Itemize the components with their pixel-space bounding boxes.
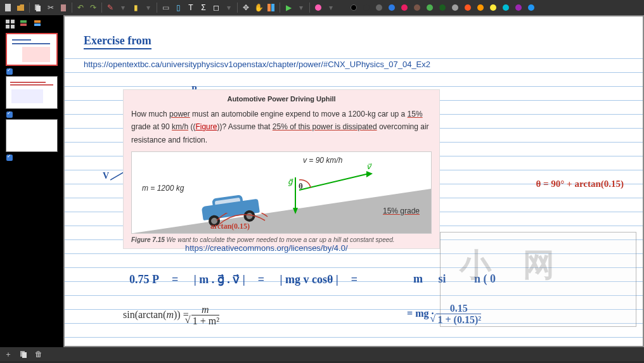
main-area: Exercise from https://opentextbc.ca/univ… <box>0 15 644 347</box>
dropdown-icon[interactable]: ▾ <box>295 2 307 13</box>
svg-rect-8 <box>6 25 10 29</box>
top-toolbar: ✂ ↶ ↷ ✎ ▾ ▮ ▾ ▭ ▯ T Σ ◻ ▾ ✥ ✋ ▶ ▾ ▾ <box>0 0 644 15</box>
thumbs-icon[interactable] <box>5 19 15 29</box>
problem-diagram: m = 1200 kg v = 90 km/h g⃗ v⃗ θ 15% grad… <box>131 151 432 234</box>
sidebar <box>0 15 63 347</box>
shape-tool-icon[interactable]: ◻ <box>210 2 222 13</box>
svg-rect-9 <box>11 25 15 29</box>
color-gray[interactable] <box>373 2 385 13</box>
annotation-arctan: arctan(0.15) <box>210 222 250 231</box>
svg-rect-11 <box>20 23 27 26</box>
svg-rect-6 <box>6 20 10 23</box>
text-tool-icon[interactable]: T <box>185 2 196 13</box>
annotation-v: V <box>103 171 109 181</box>
color-black[interactable] <box>348 2 359 13</box>
layers-icon[interactable] <box>19 19 29 29</box>
svg-rect-4 <box>267 4 271 11</box>
svg-rect-10 <box>20 20 27 23</box>
current-color-dot[interactable] <box>312 2 324 13</box>
footer-toolbar: ＋ 🗑 <box>0 347 644 361</box>
source-url: https://opentextbc.ca/universityphysicsv… <box>84 60 430 69</box>
play-icon[interactable]: ▶ <box>283 2 294 13</box>
open-folder-icon[interactable] <box>15 2 27 13</box>
add-page-icon[interactable]: ＋ <box>3 348 14 360</box>
watermark-overlay: 小 网 <box>440 232 636 327</box>
thumbnail-1[interactable] <box>6 33 58 66</box>
annotation-theta-eq: θ = 90° + arctan(0.15) <box>536 179 624 189</box>
eraser-icon[interactable]: ▭ <box>160 2 171 13</box>
color-blue[interactable] <box>386 2 397 13</box>
thumbnail-3[interactable] <box>6 119 58 152</box>
problem-text: How much power must an automobile engine… <box>131 108 432 146</box>
svg-rect-25 <box>22 352 27 358</box>
new-file-icon[interactable] <box>3 2 14 13</box>
color-yellow[interactable] <box>487 2 499 13</box>
layers2-icon[interactable] <box>33 19 43 29</box>
svg-marker-21 <box>293 208 298 214</box>
duplicate-page-icon[interactable] <box>18 348 29 360</box>
nav-tool-icon[interactable]: ✥ <box>240 2 252 13</box>
clipboard-icon[interactable] <box>58 2 69 13</box>
ruler-icon[interactable] <box>266 2 277 13</box>
svg-rect-0 <box>5 4 11 11</box>
hand-tool-icon[interactable]: ✋ <box>253 2 264 13</box>
page-title: Exercise from <box>84 34 151 49</box>
diagram-velocity: v = 90 km/h <box>303 156 342 165</box>
problem-box: Automotive Power Driving Uphill How much… <box>123 89 440 249</box>
thumbnail-2[interactable] <box>6 76 58 109</box>
color-silver[interactable] <box>449 2 461 13</box>
color-orange[interactable] <box>462 2 473 13</box>
sum-tool-icon[interactable]: Σ <box>198 2 209 13</box>
equation-line1: 0.75 P= | m . g⃗ . v⃗ |= | mg v cosθ |= <box>123 272 364 286</box>
undo-icon[interactable]: ↶ <box>75 2 86 13</box>
diagram-mass: m = 1200 kg <box>142 184 184 193</box>
color-cyan[interactable] <box>500 2 512 13</box>
color-green[interactable] <box>424 2 435 13</box>
cut-icon[interactable]: ✂ <box>45 2 56 13</box>
thumb-check-3[interactable] <box>6 155 13 161</box>
color-amber[interactable] <box>475 2 486 13</box>
dropdown-icon[interactable]: ▾ <box>325 2 337 13</box>
svg-marker-23 <box>366 171 373 177</box>
color-skyblue[interactable] <box>525 2 537 13</box>
color-darkgreen[interactable] <box>437 2 448 13</box>
diagram-v-vec: v⃗ <box>366 162 371 171</box>
thumb-check-1[interactable] <box>6 68 13 75</box>
svg-rect-7 <box>11 20 15 23</box>
svg-rect-5 <box>271 4 274 11</box>
diagram-theta: θ <box>299 181 303 191</box>
thumb-check-2[interactable] <box>6 111 13 118</box>
pen-icon[interactable]: ✎ <box>105 2 116 13</box>
svg-rect-13 <box>34 23 41 26</box>
copy-icon[interactable] <box>32 2 44 13</box>
diagram-grade: 15% grade <box>383 207 420 215</box>
color-purple[interactable] <box>513 2 524 13</box>
dropdown-icon[interactable]: ▾ <box>223 2 235 13</box>
color-magenta[interactable] <box>399 2 410 13</box>
svg-rect-3 <box>61 4 66 11</box>
delete-page-icon[interactable]: 🗑 <box>33 348 44 360</box>
figure-caption: Figure 7.15 We want to calculate the pow… <box>131 236 432 243</box>
canvas[interactable]: Exercise from https://opentextbc.ca/univ… <box>63 15 644 347</box>
problem-heading: Automotive Power Driving Uphill <box>131 95 432 103</box>
cc-link: https://creativecommons.org/licenses/by/… <box>185 243 348 253</box>
dropdown-icon[interactable]: ▾ <box>143 2 154 13</box>
select-rect-icon[interactable]: ▯ <box>172 2 184 13</box>
equation-identity: sin(arctan(m)) = m 1 + m² <box>123 304 219 327</box>
svg-rect-12 <box>34 20 41 23</box>
dropdown-icon[interactable]: ▾ <box>117 2 129 13</box>
redo-icon[interactable]: ↷ <box>87 2 99 13</box>
color-brown[interactable] <box>411 2 423 13</box>
color-dark[interactable] <box>361 2 372 13</box>
svg-rect-2 <box>36 6 41 11</box>
highlighter-icon[interactable]: ▮ <box>130 2 141 13</box>
